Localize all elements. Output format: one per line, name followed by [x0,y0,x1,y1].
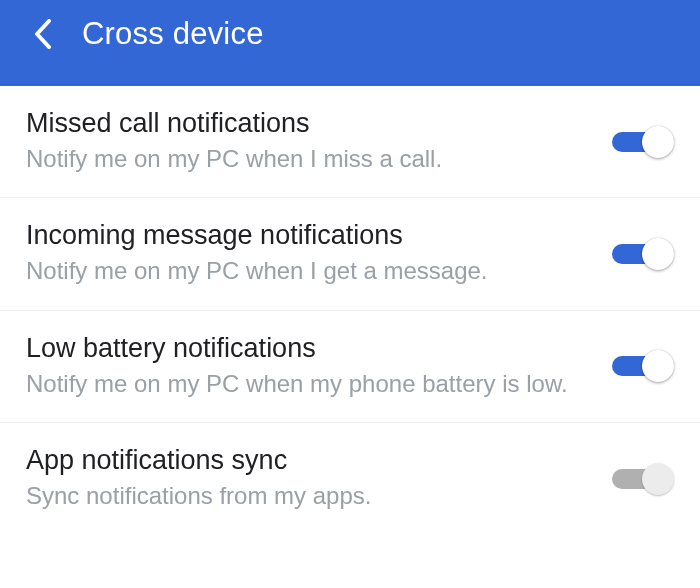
setting-title: App notifications sync [26,445,592,476]
setting-row-incoming-message[interactable]: Incoming message notifications Notify me… [0,198,700,310]
page-title: Cross device [82,16,264,52]
toggle-incoming-message[interactable] [612,236,674,272]
settings-list: Missed call notifications Notify me on m… [0,86,700,535]
back-button[interactable] [26,17,60,51]
switch-thumb [642,350,674,382]
setting-text: Incoming message notifications Notify me… [26,220,612,287]
setting-text: Missed call notifications Notify me on m… [26,108,612,175]
setting-title: Incoming message notifications [26,220,592,251]
setting-text: Low battery notifications Notify me on m… [26,333,612,400]
toggle-app-sync[interactable] [612,461,674,497]
setting-title: Low battery notifications [26,333,592,364]
setting-title: Missed call notifications [26,108,592,139]
setting-subtitle: Notify me on my PC when I miss a call. [26,143,592,175]
setting-row-missed-call[interactable]: Missed call notifications Notify me on m… [0,86,700,198]
app-header: Cross device [0,0,700,86]
chevron-left-icon [31,19,55,49]
setting-subtitle: Notify me on my PC when I get a message. [26,255,592,287]
setting-subtitle: Notify me on my PC when my phone battery… [26,368,592,400]
setting-subtitle: Sync notifications from my apps. [26,480,592,512]
switch-thumb [642,238,674,270]
switch-thumb [642,126,674,158]
toggle-low-battery[interactable] [612,348,674,384]
setting-text: App notifications sync Sync notification… [26,445,612,512]
toggle-missed-call[interactable] [612,124,674,160]
setting-row-app-sync[interactable]: App notifications sync Sync notification… [0,423,700,534]
setting-row-low-battery[interactable]: Low battery notifications Notify me on m… [0,311,700,423]
switch-thumb [642,463,674,495]
